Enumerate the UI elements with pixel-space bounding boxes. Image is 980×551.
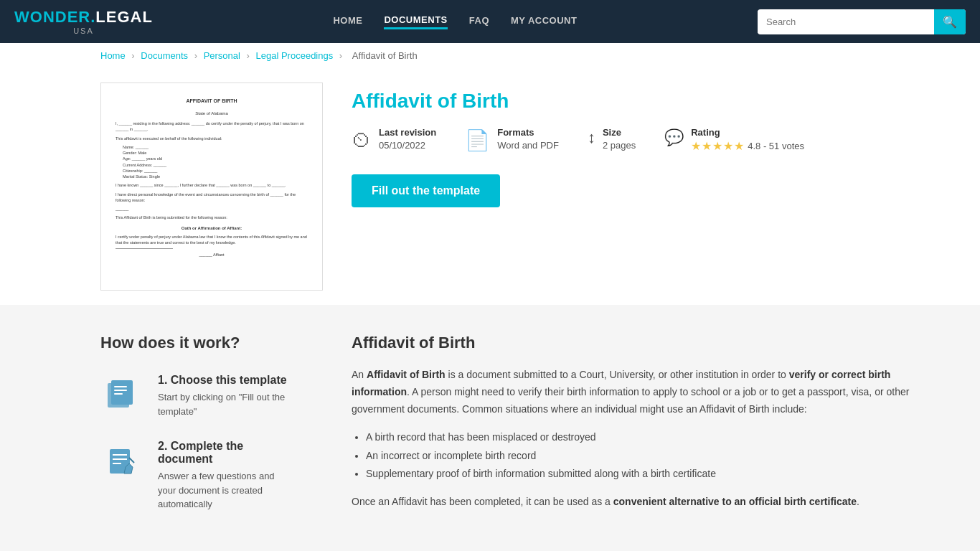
step-1-desc: Start by clicking on "Fill out the templ… [158, 390, 294, 418]
meta-rating-label: Rating [691, 127, 804, 138]
alternative-bold: convenient alternative to an official bi… [613, 496, 857, 507]
document-icon: 📄 [465, 128, 490, 152]
how-it-works-title: How does it work? [100, 334, 294, 352]
logo-legal: LEGAL [95, 8, 153, 26]
nav-my-account[interactable]: MY ACCOUNT [511, 15, 577, 28]
header: WONDER.LEGAL USA HOME DOCUMENTS FAQ MY A… [0, 0, 980, 43]
how-it-works: How does it work? 1. Choose this templat… [0, 305, 323, 551]
step-2-content: 2. Complete the document Answer a few qu… [158, 440, 294, 512]
star-5: ★ [734, 139, 744, 153]
meta-size: ↕ Size 2 pages [588, 127, 636, 151]
description-title: Affidavit of Birth [352, 334, 937, 352]
rating-value: 4.8 - 51 votes [748, 141, 804, 151]
breadcrumb-current: Affidavit of Birth [352, 50, 418, 61]
step-2-desc: Answer a few questions and your document… [158, 469, 294, 512]
affidavit-bold: Affidavit of Birth [367, 369, 446, 380]
meta-revision-value: 05/10/2022 [379, 140, 425, 151]
svg-rect-2 [114, 386, 127, 387]
product-title: Affidavit of Birth [352, 90, 880, 113]
doc-preview-state: State of Alabama [116, 110, 308, 116]
logo-wonder: WONDER. [14, 8, 95, 26]
search-bar: 🔍 [758, 9, 966, 34]
star-4: ★ [723, 139, 733, 153]
doc-preview-body: I, ______ residing in the following addr… [116, 121, 308, 258]
meta-formats-value: Word and PDF [497, 140, 559, 151]
fill-template-button[interactable]: Fill out the template [352, 174, 500, 207]
meta-rating: 💬 Rating ★ ★ ★ ★ ★ 4.8 - 51 votes [664, 127, 804, 153]
star-1: ★ [691, 139, 701, 153]
description-section: Affidavit of Birth An Affidavit of Birth… [323, 305, 980, 551]
search-input[interactable] [758, 11, 934, 33]
logo[interactable]: WONDER.LEGAL USA [14, 8, 153, 35]
search-button[interactable]: 🔍 [934, 9, 966, 34]
bullet-1: A birth record that has been misplaced o… [366, 428, 937, 446]
meta-formats: 📄 Formats Word and PDF [465, 127, 559, 152]
bottom-section: How does it work? 1. Choose this templat… [0, 305, 980, 551]
nav-documents[interactable]: DOCUMENTS [384, 14, 447, 29]
product-section: AFFIDAVIT OF BIRTH State of Alabama I, _… [0, 68, 980, 305]
step-2: 2. Complete the document Answer a few qu… [100, 440, 294, 512]
svg-line-9 [129, 458, 134, 463]
breadcrumb: Home › Documents › Personal › Legal Proc… [0, 43, 980, 68]
svg-rect-4 [114, 393, 123, 395]
breadcrumb-legal-proceedings[interactable]: Legal Proceedings [256, 50, 334, 61]
svg-rect-3 [114, 390, 127, 391]
bullet-2: An incorrect or incomplete birth record [366, 447, 937, 465]
breadcrumb-home[interactable]: Home [100, 50, 126, 61]
meta-revision-label: Last revision [379, 127, 436, 138]
step-1-content: 1. Choose this template Start by clickin… [158, 374, 294, 418]
bullet-3: Supplementary proof of birth information… [366, 465, 937, 483]
star-3: ★ [712, 139, 722, 153]
logo-subtext: USA [73, 27, 94, 35]
meta-size-label: Size [603, 127, 636, 138]
svg-rect-1 [111, 380, 133, 405]
description-intro: An Affidavit of Birth is a document subm… [352, 367, 937, 418]
product-info: Affidavit of Birth ⏲ Last revision 05/10… [352, 83, 880, 291]
breadcrumb-documents[interactable]: Documents [141, 50, 188, 61]
meta-size-value: 2 pages [603, 140, 636, 151]
nav-home[interactable]: HOME [333, 15, 362, 28]
step-1-title: 1. Choose this template [158, 374, 294, 387]
description-outro: Once an Affidavit has been completed, it… [352, 494, 937, 511]
nav-faq[interactable]: FAQ [469, 15, 489, 28]
breadcrumb-sep3: › [247, 50, 250, 61]
resize-icon: ↕ [588, 128, 595, 147]
star-2: ★ [702, 139, 712, 153]
meta-row: ⏲ Last revision 05/10/2022 📄 Formats Wor… [352, 127, 880, 153]
stars: ★ ★ ★ ★ ★ [691, 139, 744, 153]
logo-text: WONDER.LEGAL [14, 8, 153, 27]
document-preview: AFFIDAVIT OF BIRTH State of Alabama I, _… [100, 83, 323, 291]
breadcrumb-sep1: › [131, 50, 134, 61]
clock-icon: ⏲ [352, 128, 372, 152]
step-2-title: 2. Complete the document [158, 440, 294, 466]
breadcrumb-personal[interactable]: Personal [204, 50, 240, 61]
breadcrumb-sep4: › [339, 50, 342, 61]
rating-icon: 💬 [664, 128, 684, 147]
step-2-icon [100, 440, 143, 483]
doc-preview-title: AFFIDAVIT OF BIRTH [116, 98, 308, 105]
main-nav: HOME DOCUMENTS FAQ MY ACCOUNT [333, 14, 577, 29]
meta-revision: ⏲ Last revision 05/10/2022 [352, 127, 436, 152]
step-1: 1. Choose this template Start by clickin… [100, 374, 294, 418]
bullet-list: A birth record that has been misplaced o… [366, 428, 937, 483]
breadcrumb-sep2: › [194, 50, 197, 61]
meta-formats-label: Formats [497, 127, 559, 138]
step-1-icon [100, 374, 143, 417]
